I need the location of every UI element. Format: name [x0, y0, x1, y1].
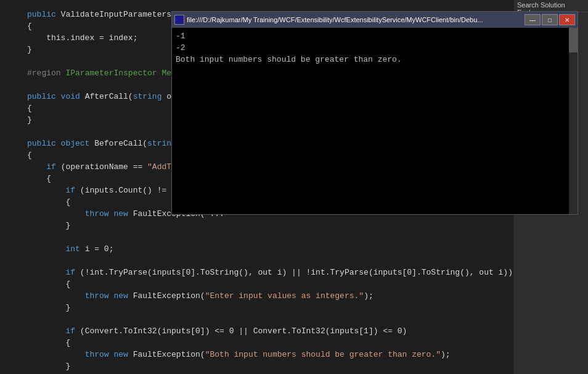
console-window: file:///D:/Rajkumar/My Training/WCF/Exte… — [171, 11, 578, 215]
code-line: } — [27, 220, 583, 231]
maximize-button[interactable]: □ — [542, 14, 558, 25]
code-line: } — [27, 360, 583, 372]
code-line — [27, 314, 583, 325]
console-title-left: file:///D:/Rajkumar/My Training/WCF/Exte… — [174, 15, 483, 25]
console-line: Both input numbers should be greater tha… — [176, 54, 565, 65]
code-line: } — [27, 302, 583, 314]
console-app-icon — [174, 15, 184, 25]
code-line: throw new FaultException("Both input num… — [27, 349, 583, 360]
console-line: -1 — [176, 30, 565, 42]
console-output: -1-2Both input numbers should be greater… — [176, 30, 574, 77]
console-scrollbar[interactable] — [569, 28, 578, 214]
console-titlebar: file:///D:/Rajkumar/My Training/WCF/Exte… — [172, 12, 578, 28]
console-title-text: file:///D:/Rajkumar/My Training/WCF/Exte… — [187, 16, 483, 23]
console-controls: — □ ✕ — [525, 14, 575, 25]
code-line: throw new FaultException("Enter input va… — [27, 290, 583, 302]
code-line — [27, 255, 583, 267]
console-line — [176, 65, 565, 77]
code-line: if (Convert.ToInt32(inputs[0]) <= 0 || C… — [27, 325, 583, 337]
code-line: { — [27, 278, 583, 290]
minimize-button[interactable]: — — [525, 14, 541, 25]
code-line: if (!int.TryParse(inputs[0].ToString(), … — [27, 267, 583, 278]
code-line — [27, 231, 583, 243]
code-line: int i = 0; — [27, 243, 583, 255]
console-scrollbar-thumb[interactable] — [569, 28, 578, 52]
close-button[interactable]: ✕ — [559, 14, 575, 25]
code-line: { — [27, 337, 583, 349]
console-body: -1-2Both input numbers should be greater… — [172, 28, 578, 214]
console-line: -2 — [176, 42, 565, 54]
solution-explorer-header: Search Solution Explo... — [515, 0, 588, 12]
